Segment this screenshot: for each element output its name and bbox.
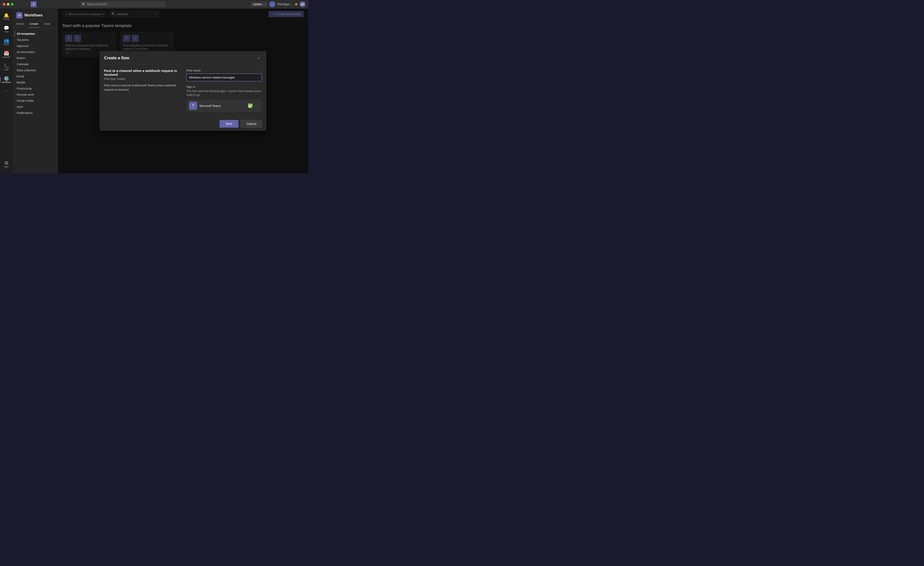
dialog-footer: Next Cancel [99, 117, 266, 131]
workflows-icon: ⚙️ [4, 76, 9, 81]
nav-item-mobile[interactable]: Mobile [14, 79, 56, 85]
nav-item-data-collection[interactable]: Data collection [14, 67, 56, 73]
nav-item-social-media[interactable]: Social media [14, 97, 56, 104]
back-arrow[interactable]: ‹ [17, 2, 22, 7]
signin-label: Sign in* [186, 85, 262, 88]
dialog-close-button[interactable]: × [256, 55, 262, 61]
workflows-app-icon: ⚙ [16, 12, 22, 18]
username-label: Ptarmigan ... [278, 3, 293, 6]
titlebar: ‹ › T 🔍 Search (Cmd+E) Update ··· 👤 Ptar… [0, 0, 308, 9]
maximize-button[interactable] [11, 3, 14, 6]
minimize-button[interactable] [7, 3, 9, 6]
titlebar-search[interactable]: 🔍 Search (Cmd+E) [80, 1, 166, 7]
traffic-lights [3, 3, 14, 6]
sidebar-label-calls: Calls [4, 69, 9, 71]
app-container: 🔔 Activity 💬 Chat 👥 Teams 📅 Calendar 📞 C… [0, 9, 308, 173]
main-content: ▽ Microsoft Teams templates ▾ 🔍 × + + Cr… [58, 9, 308, 173]
sidebar-label-calendar: Calendar [2, 56, 10, 58]
cancel-button[interactable]: Cancel [241, 120, 262, 128]
tab-home[interactable]: Home [15, 20, 25, 28]
modal-overlay: Create a flow × Post to a channel when a… [58, 9, 308, 173]
update-label: Update [253, 3, 262, 6]
teams-icon: 👥 [4, 38, 9, 43]
flow-name-input[interactable] [186, 73, 262, 81]
forward-arrow[interactable]: › [24, 2, 29, 7]
sidebar-item-calendar[interactable]: 📅 Calendar [0, 48, 13, 61]
nav-item-sync[interactable]: Sync [14, 104, 56, 110]
nav-item-top-picks[interactable]: Top picks [14, 37, 56, 43]
left-nav-header: ⚙ Workflows [13, 9, 57, 20]
dialog-flow-type: Flow type: Instant [104, 77, 180, 81]
workflows-app-title: Workflows [24, 13, 43, 17]
activity-icon: 🔔 [4, 13, 9, 18]
sidebar-label-chat: Chat [4, 31, 8, 33]
nav-item-button[interactable]: Button [14, 55, 56, 61]
sidebar-label-teams: Teams [3, 43, 9, 46]
nav-item-productivity[interactable]: Productivity [14, 85, 56, 91]
dialog-title: Create a flow [104, 56, 129, 60]
update-button[interactable]: Update ··· [250, 2, 267, 7]
dialog-header: Create a flow × [99, 51, 266, 64]
nav-item-all-templates[interactable]: All templates [14, 31, 56, 37]
nav-item-approval[interactable]: Approval [14, 43, 56, 49]
sidebar-label-apps: Apps [4, 166, 9, 168]
sidebar: 🔔 Activity 💬 Chat 👥 Teams 📅 Calendar 📞 C… [0, 9, 13, 173]
apps-icon: ⊞ [4, 160, 8, 165]
dialog-left-panel: Post to a channel when a webhook request… [104, 69, 180, 112]
sidebar-item-calls[interactable]: 📞 Calls [0, 61, 13, 73]
search-placeholder: Search (Cmd+E) [87, 3, 107, 6]
sidebar-bottom: ⊞ Apps [0, 158, 13, 173]
dialog-flow-name: Post to a channel when a webhook request… [104, 69, 180, 76]
search-icon: 🔍 [82, 3, 86, 6]
titlebar-right: Update ··· 👤 Ptarmigan ... GS [250, 1, 306, 7]
profile-icon[interactable]: 👤 [269, 1, 275, 7]
app-more-button[interactable]: ··· [255, 104, 259, 108]
sidebar-more-button[interactable]: ··· [0, 86, 13, 95]
required-marker: * [196, 85, 197, 88]
close-button[interactable] [3, 3, 5, 6]
nav-item-calendar[interactable]: Calendar [14, 61, 56, 67]
nav-item-email[interactable]: Email [14, 73, 56, 79]
nav-item-remote-work[interactable]: Remote work [14, 91, 56, 97]
chat-icon: 💬 [4, 26, 9, 30]
sidebar-item-chat[interactable]: 💬 Chat [0, 23, 13, 36]
nav-arrows: ‹ › [17, 2, 29, 7]
teams-app-name: Microsoft Teams [200, 104, 245, 108]
user-avatar[interactable]: GS [300, 1, 306, 7]
sidebar-label-activity: Activity [3, 18, 10, 20]
dialog-flow-description: Post card to channel in Microsoft Teams … [104, 83, 180, 92]
sidebar-item-workflows[interactable]: ⚙️ Workflows [0, 73, 13, 86]
update-dots: ··· [262, 3, 265, 6]
dialog-right-panel: Flow name Sign in* This flow uses the fo… [186, 69, 262, 112]
create-flow-dialog: Create a flow × Post to a channel when a… [99, 51, 266, 131]
tab-chat[interactable]: Chat [43, 20, 51, 28]
check-icon: ✅ [248, 103, 253, 108]
calendar-icon: 📅 [4, 51, 9, 55]
teams-app-icon: T [31, 1, 36, 7]
sidebar-label-workflows: Workflows [2, 81, 11, 84]
calls-icon: 📞 [4, 64, 9, 68]
left-nav: ⚙ Workflows Home Create Chat All templat… [13, 9, 58, 173]
app-row-teams: T Microsoft Teams ✅ ··· [186, 99, 262, 112]
sidebar-item-apps[interactable]: ⊞ Apps [0, 158, 13, 171]
dialog-body: Post to a channel when a webhook request… [99, 64, 266, 117]
status-dot [295, 3, 297, 5]
sidebar-item-teams[interactable]: 👥 Teams [0, 36, 13, 48]
signin-description: This flow uses the following apps. A gre… [186, 89, 262, 97]
nav-tabs: Home Create Chat [13, 20, 57, 28]
tab-create[interactable]: Create [28, 20, 39, 28]
nav-item-notifications[interactable]: Notifications [14, 110, 56, 116]
nav-item-ai-automation[interactable]: AI Automation [14, 49, 56, 55]
flow-name-label: Flow name [186, 69, 262, 72]
next-button[interactable]: Next [219, 120, 238, 128]
sidebar-item-activity[interactable]: 🔔 Activity [0, 10, 13, 23]
nav-section: All templates Top picks Approval AI Auto… [13, 28, 57, 117]
teams-app-icon: T [189, 102, 197, 110]
